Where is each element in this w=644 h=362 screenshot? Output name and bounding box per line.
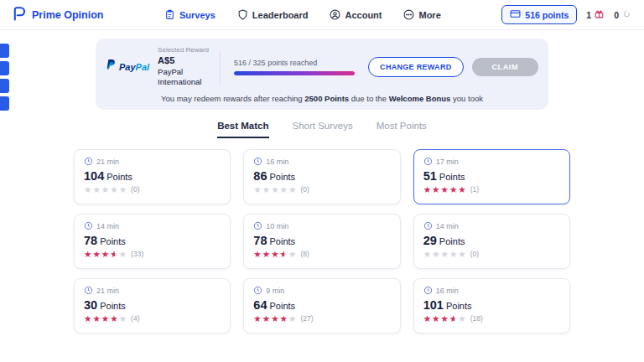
survey-rating: ★★★★★(1): [423, 185, 560, 194]
star-icon: ★: [280, 314, 288, 323]
points-balance-button[interactable]: 516 points: [501, 5, 577, 24]
paypal-icon: [106, 59, 117, 75]
star-icon: ★: [432, 250, 440, 259]
survey-rating: ★★★★★(4): [84, 314, 221, 323]
selected-reward-info: Selected Reward A$5 PayPal International: [158, 46, 211, 87]
nav-item-account[interactable]: Account: [330, 9, 382, 20]
survey-rating: ★★★★★★(18): [423, 314, 560, 323]
rating-count: (0): [470, 251, 479, 258]
tab-short-surveys[interactable]: Short Surveys: [293, 121, 353, 138]
clock-icon: [84, 286, 93, 295]
nav-item-leaderboard[interactable]: Leaderboard: [237, 9, 309, 20]
nav-item-more[interactable]: More: [403, 9, 440, 20]
star-icon: ★: [458, 314, 466, 323]
star-icon: ★: [423, 314, 432, 323]
rating-count: (18): [470, 315, 483, 323]
survey-card[interactable]: 14 min78 Points★★★★★★(33): [74, 214, 231, 269]
survey-card[interactable]: 10 min78 Points★★★★★★(8): [243, 214, 400, 269]
survey-rating: ★★★★★★(8): [253, 250, 390, 259]
reward-banner: PayPal Selected Reward A$5 PayPal Intern…: [96, 39, 548, 110]
left-edge-widget[interactable]: [0, 44, 9, 58]
reward-name: PayPal: [158, 67, 211, 77]
main-nav: SurveysLeaderboardAccountMore: [164, 9, 441, 20]
survey-card[interactable]: 14 min29 Points★★★★★(0): [413, 214, 570, 269]
streak-counter[interactable]: 0: [614, 8, 632, 21]
star-icon: ★: [271, 250, 279, 259]
star-icon: ★: [458, 185, 466, 194]
rating-count: (0): [300, 186, 309, 194]
survey-duration: 10 min: [253, 221, 390, 230]
tab-best-match[interactable]: Best Match: [217, 121, 268, 138]
survey-duration: 17 min: [423, 157, 560, 166]
redeem-note: You may redeem rewards after reaching 25…: [106, 94, 538, 103]
wallet-card-icon: [510, 8, 521, 21]
clock-icon: [253, 221, 262, 230]
survey-points: 29 Points: [423, 234, 560, 247]
star-icon: ★: [262, 185, 271, 194]
survey-points: 101 Points: [423, 298, 560, 312]
survey-grid: 21 min104 Points★★★★★(0)16 min86 Points★…: [74, 149, 570, 334]
rating-count: (27): [300, 315, 313, 323]
survey-rating: ★★★★★★(33): [84, 250, 221, 259]
star-icon: ★: [449, 250, 458, 259]
star-icon: ★: [119, 185, 127, 194]
rating-count: (1): [470, 186, 479, 194]
gift-icon: [594, 8, 605, 21]
survey-points: 78 Points: [84, 234, 221, 247]
change-reward-button[interactable]: CHANGE REWARD: [368, 57, 463, 77]
half-star-icon: ★★: [110, 250, 118, 259]
brand-logo-icon: [12, 6, 27, 23]
star-icon: ★: [119, 250, 127, 259]
top-navbar: Prime Opinion SurveysLeaderboardAccountM…: [0, 0, 644, 30]
clock-icon: [423, 286, 433, 295]
tab-most-points[interactable]: Most Points: [377, 121, 427, 138]
survey-points: 51 Points: [423, 169, 560, 183]
survey-duration: 16 min: [423, 286, 560, 295]
surveys-icon: [164, 9, 175, 20]
brand[interactable]: Prime Opinion: [12, 6, 103, 23]
survey-points: 64 Points: [253, 298, 390, 312]
star-icon: ★: [441, 314, 449, 323]
account-icon: [330, 9, 340, 20]
survey-rating: ★★★★★(0): [423, 250, 560, 259]
survey-duration: 9 min: [253, 286, 390, 295]
survey-points: 78 Points: [253, 234, 390, 247]
star-icon: ★: [262, 250, 271, 259]
reward-name: International: [158, 77, 211, 87]
rating-count: (0): [131, 186, 139, 194]
selected-reward-label: Selected Reward: [158, 46, 211, 54]
star-icon: ★: [288, 250, 297, 259]
nav-right: 516 points 1 0: [501, 5, 632, 24]
star-icon: ★: [280, 185, 288, 194]
star-icon: ★: [449, 185, 458, 194]
star-icon: ★: [101, 250, 110, 259]
survey-card[interactable]: 16 min86 Points★★★★★(0): [243, 149, 400, 204]
left-edge-widget[interactable]: [0, 79, 9, 93]
rating-count: (4): [131, 315, 139, 323]
survey-rating: ★★★★★(0): [253, 185, 390, 194]
survey-card[interactable]: 16 min101 Points★★★★★★(18): [413, 278, 570, 334]
more-icon: [403, 9, 414, 20]
survey-card[interactable]: 17 min51 Points★★★★★(1): [413, 149, 570, 204]
star-icon: ★: [92, 314, 101, 323]
claim-button[interactable]: CLAIM: [472, 58, 539, 76]
gift-counter[interactable]: 1: [586, 8, 605, 21]
flame-icon: [621, 8, 632, 21]
star-icon: ★: [84, 314, 92, 323]
survey-tabs: Best MatchShort SurveysMost Points: [0, 121, 644, 138]
clock-icon: [253, 286, 262, 295]
left-edge-widget[interactable]: [0, 96, 9, 111]
survey-card[interactable]: 21 min30 Points★★★★★(4): [74, 278, 231, 334]
survey-card[interactable]: 9 min64 Points★★★★★(27): [243, 278, 400, 334]
half-star-icon: ★★: [449, 314, 458, 323]
progress-fill: [234, 71, 355, 75]
nav-item-surveys[interactable]: Surveys: [164, 9, 216, 20]
star-icon: ★: [84, 250, 92, 259]
left-edge-widget[interactable]: [0, 61, 9, 75]
star-icon: ★: [432, 314, 440, 323]
survey-card[interactable]: 21 min104 Points★★★★★(0): [74, 149, 231, 204]
star-icon: ★: [253, 314, 262, 323]
star-icon: ★: [253, 250, 262, 259]
clock-icon: [84, 221, 93, 230]
clock-icon: [423, 157, 433, 166]
